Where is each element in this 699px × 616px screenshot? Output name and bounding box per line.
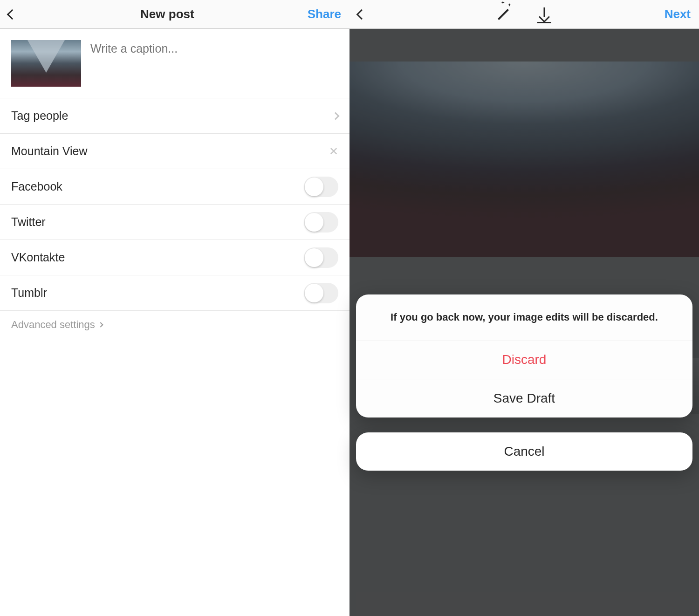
tag-people-label: Tag people	[11, 109, 68, 123]
facebook-toggle[interactable]	[304, 177, 338, 197]
share-facebook-row: Facebook	[0, 169, 350, 205]
share-option-label: Tumblr	[11, 286, 47, 300]
next-button[interactable]: Next	[665, 7, 691, 21]
edit-toolbar: ✦✦	[497, 7, 551, 21]
edit-canvas: M If you go back now, your image edits w…	[350, 29, 699, 616]
chevron-left-icon	[7, 9, 18, 20]
right-header: ✦✦ Next	[350, 0, 699, 29]
discard-button[interactable]: Discard	[356, 341, 692, 379]
twitter-toggle[interactable]	[304, 212, 338, 233]
page-title: New post	[140, 7, 194, 21]
share-option-label: Facebook	[11, 180, 62, 193]
settings-list: Tag people Mountain View ✕ Facebook Twit…	[0, 98, 350, 311]
advanced-settings-row[interactable]: Advanced settings	[0, 311, 350, 339]
tag-people-row[interactable]: Tag people	[0, 98, 350, 134]
location-row[interactable]: Mountain View ✕	[0, 134, 350, 169]
vkontakte-toggle[interactable]	[304, 247, 338, 268]
location-label: Mountain View	[11, 144, 88, 158]
share-option-label: Twitter	[11, 215, 46, 229]
tumblr-toggle[interactable]	[304, 283, 338, 303]
clear-location-icon[interactable]: ✕	[329, 145, 338, 158]
chevron-left-icon	[356, 9, 367, 20]
discard-action-sheet: If you go back now, your image edits wil…	[356, 294, 692, 418]
action-sheet-message: If you go back now, your image edits wil…	[356, 294, 692, 341]
share-twitter-row: Twitter	[0, 205, 350, 240]
download-icon[interactable]	[537, 7, 551, 21]
share-tumblr-row: Tumblr	[0, 275, 350, 311]
save-draft-button[interactable]: Save Draft	[356, 379, 692, 418]
magic-wand-icon[interactable]: ✦✦	[495, 6, 512, 23]
share-vkontakte-row: VKontakte	[0, 240, 350, 275]
caption-row	[0, 29, 350, 98]
advanced-settings-label: Advanced settings	[11, 319, 95, 331]
chevron-right-icon	[98, 322, 103, 327]
back-button[interactable]	[358, 11, 377, 18]
share-button[interactable]: Share	[308, 7, 341, 21]
back-button[interactable]	[8, 11, 27, 18]
chevron-right-icon	[332, 112, 340, 120]
share-option-label: VKontakte	[11, 251, 65, 264]
caption-input[interactable]	[90, 40, 338, 55]
cancel-button[interactable]: Cancel	[356, 432, 692, 471]
new-post-screen: New post Share Tag people Mountain View …	[0, 0, 350, 616]
left-header: New post Share	[0, 0, 350, 29]
edit-screen: ✦✦ Next M If you go back now, your image…	[350, 0, 699, 616]
post-thumbnail[interactable]	[11, 40, 81, 87]
